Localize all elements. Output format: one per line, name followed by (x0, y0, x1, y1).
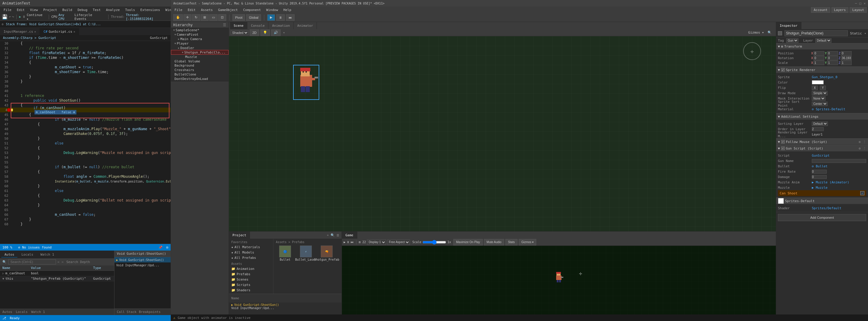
call-stack-item-1[interactable]: ▶ Void GunScript:ShootGun() (115, 257, 170, 262)
unity-menu-gameobject[interactable]: GameObject (216, 7, 240, 12)
sortinglayer-select[interactable]: Default (812, 122, 828, 126)
additional-settings-header[interactable]: ▼ Additional Settings (776, 113, 868, 120)
autos-label[interactable]: Autos (2, 310, 12, 314)
asset-shotgun-prefab[interactable]: 🔫 Shotgun_Prefab (316, 244, 337, 262)
search-icon-project[interactable]: 🔍 (331, 233, 335, 237)
hier-muzzle[interactable]: Muzzle (171, 55, 228, 59)
followmouse-dots[interactable]: ⋮ (863, 140, 866, 144)
spriterenderer-checkbox[interactable]: ✓ (781, 68, 785, 72)
assets-animation-folder[interactable]: 📁Animation (230, 266, 272, 271)
pos-y[interactable] (827, 51, 838, 56)
unity-menu-window[interactable]: Window (264, 7, 281, 12)
tab-inputmanager-close[interactable]: ✕ (34, 30, 36, 33)
account-btn[interactable]: Account (811, 7, 830, 13)
gunscript-checkbox[interactable]: ✓ (781, 147, 785, 150)
forward-icon[interactable]: → (62, 260, 64, 264)
firerate-field[interactable] (812, 170, 827, 173)
add-icon[interactable]: + (327, 233, 329, 237)
followmouse-header[interactable]: ▼ ✓ Follow Mouse (Script) ⚙ ⋮ (776, 138, 868, 145)
unity-menu-help[interactable]: Help (281, 7, 294, 12)
material-section-header[interactable]: Sprites-Default (776, 198, 868, 204)
asset-bullet[interactable]: 🔵 Bullet (275, 244, 296, 262)
game-canvas[interactable]: ✛ (342, 246, 776, 315)
object-name-field[interactable] (784, 30, 848, 36)
menu-edit[interactable]: Edit (14, 7, 27, 12)
gizmos-label[interactable]: Gizmos ▾ (748, 31, 764, 34)
pin-icon[interactable]: 📌 (158, 246, 163, 249)
filter-icon[interactable]: ⚙ (2, 23, 4, 26)
window-minimize[interactable]: ─ (855, 1, 857, 5)
pos-z[interactable] (841, 51, 851, 56)
tab-project[interactable]: Project (229, 231, 250, 239)
hier-bulletclone[interactable]: BulletClone (171, 72, 228, 77)
hand-tool[interactable]: ✋ (173, 14, 183, 21)
add-component-btn[interactable]: Add Component (778, 214, 866, 221)
window-maximize[interactable]: □ (859, 1, 862, 5)
minimize-icon[interactable]: ⊟ (166, 246, 168, 249)
hier-samplescene[interactable]: ▼ SampleScene* (171, 28, 228, 32)
tab-locals[interactable]: Locals (18, 252, 37, 257)
menu-tools[interactable]: Tools (123, 7, 137, 12)
rot-y[interactable] (827, 56, 838, 60)
layout-btn[interactable]: Layout (849, 7, 867, 13)
scene-search-icon[interactable]: 🔍 (768, 31, 772, 34)
fav-all-prefabs[interactable]: ★ All Prefabs (230, 255, 272, 260)
pivot-btn[interactable]: Pivot (232, 14, 245, 21)
hier-camerapivot[interactable]: ▼ CameraPivot (171, 32, 228, 37)
tab-gunscript-close[interactable]: ✕ (73, 30, 75, 33)
git-icon[interactable]: ⎇ (2, 316, 6, 320)
assets-prefabs-folder[interactable]: 📁Prefabs (230, 271, 272, 277)
lifecycle-label[interactable]: Lifecycle Events (74, 13, 106, 21)
hier-dontdestroy[interactable]: DontDestroyOnLoad (171, 77, 228, 81)
menu-analyze[interactable]: Analyze (104, 7, 122, 12)
transform-header[interactable]: ▼ ⊞ Transform (776, 43, 868, 50)
unity-menu-file[interactable]: File (172, 7, 185, 12)
back-icon[interactable]: ← (58, 260, 60, 264)
pause-btn[interactable]: ⏸ (276, 14, 285, 21)
step-toolbar-icon[interactable]: ⏭ (351, 240, 354, 244)
callstack-bottom-label[interactable]: Call Stack (117, 310, 136, 314)
scene-view-content[interactable]: ✛ (229, 36, 776, 231)
tab-autos[interactable]: Autos (1, 252, 18, 257)
locals-label[interactable]: Locals (16, 310, 28, 314)
mute-audio-btn[interactable]: Mute Audio (484, 239, 504, 246)
tab-scene[interactable]: Scene (230, 22, 247, 29)
tab-inputmanager[interactable]: InputManager.cs ✕ (0, 28, 40, 35)
gunscript-dots[interactable]: ⋮ (863, 147, 866, 150)
maximize-on-play-btn[interactable]: Maximize On Play (453, 239, 483, 246)
2d-btn[interactable]: 2D (250, 29, 259, 36)
shading-select[interactable]: Shaded (231, 30, 249, 35)
gunname-field[interactable] (812, 159, 866, 163)
scale-slider[interactable] (423, 240, 446, 245)
hier-globalvolume[interactable]: Global Volume (171, 59, 228, 64)
menu-build[interactable]: Build (60, 7, 74, 12)
undo-icon[interactable]: ↩ (9, 15, 11, 19)
combo-tool[interactable]: ⊡ (218, 14, 226, 21)
layers-btn[interactable]: Layers (831, 7, 849, 13)
pause-icon[interactable]: ⏸ (22, 15, 26, 19)
tab-game[interactable]: Game (342, 231, 357, 239)
scale-tool[interactable]: ⊞ (200, 14, 209, 21)
rot-x[interactable] (814, 56, 824, 60)
stats-btn[interactable]: Stats (505, 239, 518, 246)
gunscript-gear-icon[interactable]: ⚙ (859, 147, 861, 150)
play-btn[interactable]: ▶ (267, 14, 275, 21)
tab-animator[interactable]: Animator (294, 22, 317, 29)
tab-console[interactable]: Console (247, 22, 269, 29)
display-select[interactable]: Display 1 (367, 239, 386, 245)
hier-background[interactable]: Background (171, 63, 228, 68)
rot-z[interactable] (841, 56, 851, 60)
pos-x[interactable] (814, 51, 824, 56)
menu-test[interactable]: Test (90, 7, 103, 12)
spritesortpoint-select[interactable]: Center (812, 102, 828, 106)
cpu-value[interactable]: Any CPU (59, 13, 72, 21)
rect-tool[interactable]: ▭ (209, 14, 218, 21)
maskinteraction-select[interactable]: None (812, 96, 826, 101)
hier-shotgun[interactable]: ▼ Shotgun_Prefab(Clo... (171, 50, 228, 54)
unity-menu-component[interactable]: Component (241, 7, 264, 12)
tab-watch1[interactable]: Watch 1 (37, 252, 57, 257)
hier-maincamera[interactable]: ▶ Main Camera (171, 37, 228, 41)
color-swatch[interactable] (812, 80, 824, 85)
assets-scripts-folder[interactable]: 📁Scripts (230, 282, 272, 287)
resolution-icon[interactable]: ⊞ 22 (359, 240, 366, 244)
